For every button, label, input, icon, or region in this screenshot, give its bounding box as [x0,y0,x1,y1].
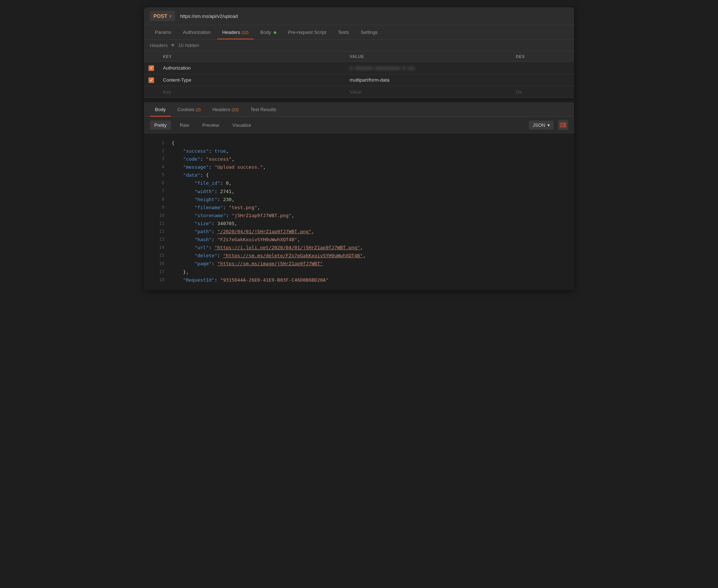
json-format-dropdown[interactable]: JSON ▾ [529,121,554,130]
code-line-6: 6 "file_id": 0, [144,179,574,187]
tab-tests[interactable]: Tests [333,25,354,39]
main-container: POST ▾ Params Authorization Headers (12)… [144,7,574,290]
response-tab-cookies[interactable]: Cookies (2) [172,102,206,117]
eye-icon: 👁 [171,43,175,48]
headers-table: KEY VALUE DES Authorization ● ●●●●● ●●●●… [144,51,574,98]
response-tabs: Body Cookies (2) Headers (22) Test Resul… [144,101,574,117]
tab-settings[interactable]: Settings [355,25,383,39]
col-checkbox [144,51,159,62]
new-key-row: Key Value De [144,86,574,98]
code-line-18: 18 "RequestId": "9315D44A-26E0-41E9-B03F… [144,276,574,284]
tab-prerequest[interactable]: Pre-request Script [283,25,331,39]
row1-checkbox-cell [144,62,159,74]
format-pretty-btn[interactable]: Pretty [150,121,171,130]
url-bar: POST ▾ [144,7,574,25]
code-line-8: 8 "height": 230, [144,196,574,204]
code-line-5: 5 "data": { [144,171,574,179]
new-row-desc[interactable]: De [512,86,574,98]
wrap-lines-icon[interactable] [558,120,568,130]
code-line-1: 1 { [144,139,574,147]
code-line-17: 17 }, [144,268,574,276]
col-value: VALUE [345,51,511,62]
new-row-checkbox-cell [144,86,159,98]
table-header-row: KEY VALUE DES [144,51,574,62]
request-tabs: Params Authorization Headers (12) Body P… [144,25,574,40]
code-line-7: 7 "width": 2741, [144,188,574,196]
code-view: 1 { 2 "success": true, 3 "code": "succes… [144,133,574,290]
tab-body[interactable]: Body [255,25,281,39]
row2-key: Content-Type [159,74,345,86]
code-line-13: 13 "hash": "FZs7eGakKxoivSYH9uWwhXQT4B", [144,236,574,244]
col-desc: DES [512,51,574,62]
cookies-badge: (2) [196,107,200,112]
row1-checkbox[interactable] [148,65,154,71]
body-dot-icon [274,31,276,34]
chevron-down-icon: ▾ [169,14,171,18]
response-tab-headers[interactable]: Headers (22) [207,102,244,117]
format-visualize-btn[interactable]: Visualize [228,121,255,130]
row1-value: ● ●●●●● ●●●●●●● ● ●● [345,62,511,74]
code-line-4: 4 "message": "Upload success.", [144,163,574,171]
response-tab-test-results[interactable]: Test Results [245,102,281,117]
new-row-value[interactable]: Value [345,86,511,98]
row1-blurred-value: ● ●●●●● ●●●●●●● ● ●● [350,65,415,71]
new-row-key[interactable]: Key [159,86,345,98]
section-divider [144,98,574,101]
response-tab-body[interactable]: Body [150,102,171,117]
url-input[interactable] [179,12,568,20]
row1-key: Authorization [159,62,345,74]
code-line-16: 16 "page": "https://sm.ms/image/j5HrZ1ap… [144,260,574,268]
code-line-9: 9 "filename": "test.png", [144,204,574,212]
method-text: POST [153,13,167,19]
table-row: Content-Type multipart/form-data [144,74,574,86]
format-preview-btn[interactable]: Preview [198,121,223,130]
resp-headers-badge: (22) [231,107,239,112]
col-key: KEY [159,51,345,62]
headers-sub-label: Headers [150,43,168,48]
code-line-12: 12 "path": "/2020/04/01/j5HrZ1ap9fJ7WBT.… [144,228,574,236]
code-line-14: 14 "url": "https://i.loli.net/2020/04/01… [144,244,574,252]
code-line-10: 10 "storename": "j5HrZ1ap9fJ7WBT.png", [144,212,574,220]
headers-subbar: Headers 👁 10 hidden [144,40,574,51]
hidden-count: 10 hidden [178,43,199,48]
row2-desc [512,74,574,86]
row2-checkbox[interactable] [148,77,154,83]
chevron-down-icon: ▾ [547,122,550,128]
response-toolbar: Pretty Raw Preview Visualize JSON ▾ [144,117,574,133]
code-line-3: 3 "code": "success", [144,155,574,163]
tab-params[interactable]: Params [150,25,176,39]
code-line-2: 2 "success": true, [144,147,574,155]
row1-desc [512,62,574,74]
headers-badge: (12) [241,30,249,35]
format-raw-btn[interactable]: Raw [175,121,194,130]
code-line-15: 15 "delete": "https://sm.ms/delete/FZs7e… [144,252,574,260]
method-dropdown[interactable]: POST ▾ [150,11,175,21]
row2-checkbox-cell [144,74,159,86]
tab-authorization[interactable]: Authorization [178,25,216,39]
tab-headers[interactable]: Headers (12) [217,25,254,39]
code-line-11: 11 "size": 340705, [144,220,574,228]
table-row: Authorization ● ●●●●● ●●●●●●● ● ●● [144,62,574,74]
row2-value: multipart/form-data [345,74,511,86]
